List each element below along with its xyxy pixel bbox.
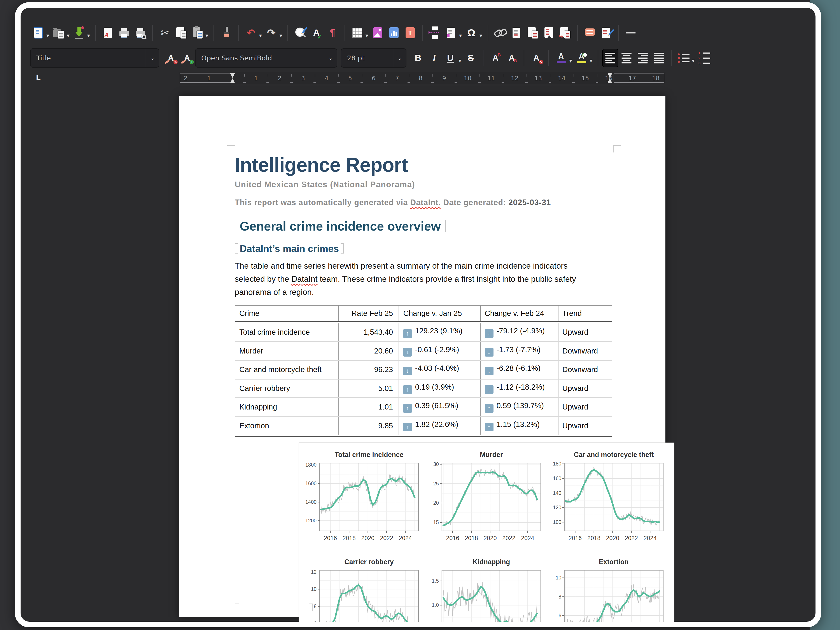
track-changes-button[interactable] <box>598 24 614 42</box>
doc-title[interactable]: Intelligence Report <box>235 155 613 176</box>
body-paragraph[interactable]: The table and time series herewith prese… <box>235 259 613 299</box>
update-style-button[interactable]: A <box>163 49 179 67</box>
redo-dropdown-icon[interactable]: ▼ <box>279 33 282 38</box>
font-name-combo[interactable]: Open Sans SemiBold⌄ <box>195 48 337 68</box>
font-size-combo[interactable]: 28 pt⌄ <box>341 48 406 68</box>
change-yoy-cell[interactable]: ↓-1.73 (-7.7%) <box>480 342 558 360</box>
underline-dropdown-icon[interactable]: ▼ <box>458 58 461 63</box>
col-header[interactable]: Rate Feb 25 <box>339 305 399 322</box>
crime-table[interactable]: CrimeRate Feb 25Change v. Jan 25Change v… <box>235 305 612 437</box>
save-dropdown-icon[interactable]: ▼ <box>87 33 90 38</box>
change-yoy-cell[interactable]: ↑0.59 (139.7%) <box>480 398 558 417</box>
change-mom-cell[interactable]: ↓-4.03 (-4.0%) <box>399 360 480 379</box>
rate-cell[interactable]: 1,543.40 <box>339 322 399 342</box>
rate-cell[interactable]: 5.01 <box>339 379 399 398</box>
paste-button[interactable] <box>189 24 205 42</box>
heading-2[interactable]: DataInt’s main crimes <box>235 243 613 254</box>
font-color-dropdown-icon[interactable]: ▼ <box>569 58 572 63</box>
insert-field-dropdown-icon[interactable]: ▼ <box>459 33 462 38</box>
cut-button[interactable]: ✂ <box>157 24 173 42</box>
document-page[interactable]: Intelligence Report United Mexican State… <box>179 96 665 617</box>
undo-dropdown-icon[interactable]: ▼ <box>259 33 262 38</box>
strikethrough-button[interactable]: S <box>463 49 479 67</box>
trend-cell[interactable]: Upward <box>558 417 612 436</box>
insert-comment-button[interactable] <box>582 24 598 42</box>
rate-cell[interactable]: 96.23 <box>339 360 399 379</box>
paragraph-style-combo[interactable]: Title⌄ <box>30 48 159 68</box>
undo-button[interactable]: ↶ <box>243 24 259 42</box>
doc-subtitle[interactable]: United Mexican States (National Panorama… <box>235 180 613 189</box>
generated-line[interactable]: This report was automatically generated … <box>235 198 613 207</box>
redo-button[interactable]: ↷ <box>263 24 279 42</box>
clone-formatting-button[interactable] <box>218 24 234 42</box>
new-style-button[interactable]: A+ <box>179 49 195 67</box>
align-center-button[interactable] <box>618 49 635 67</box>
crime-cell[interactable]: Extortion <box>235 417 339 436</box>
trend-cell[interactable]: Upward <box>558 322 612 342</box>
font-size-combo-chevron-icon[interactable]: ⌄ <box>393 49 406 67</box>
col-header[interactable]: Change v. Jan 25 <box>399 305 480 322</box>
new-document-dropdown-icon[interactable]: ▼ <box>46 33 49 38</box>
insert-table-dropdown-icon[interactable]: ▼ <box>365 33 368 38</box>
bold-button[interactable]: B <box>410 49 426 67</box>
page-break-button[interactable] <box>427 24 443 42</box>
save-button[interactable] <box>71 24 87 42</box>
numbered-list-button[interactable]: 123 <box>696 49 712 67</box>
rate-cell[interactable]: 1.01 <box>339 398 399 417</box>
insert-footnote-button[interactable] <box>508 24 524 42</box>
rate-cell[interactable]: 20.60 <box>339 342 399 360</box>
spelling-button[interactable]: A✓ <box>308 24 324 42</box>
right-indent-marker[interactable] <box>608 73 612 78</box>
change-mom-cell[interactable]: ↑129.23 (9.1%) <box>399 322 480 342</box>
col-header[interactable]: Crime <box>235 305 339 322</box>
insert-table-button[interactable] <box>349 24 365 42</box>
left-indent-marker[interactable] <box>230 73 235 78</box>
formatting-marks-button[interactable]: ¶ <box>324 24 341 42</box>
export-pdf-button[interactable]: A <box>100 24 116 42</box>
change-yoy-cell[interactable]: ↓-1.12 (-18.2%) <box>480 379 558 398</box>
crime-cell[interactable]: Total crime incidence <box>235 322 339 342</box>
right-indent-marker-b[interactable] <box>608 78 612 83</box>
hyperlink-button[interactable] <box>492 24 508 42</box>
horizontal-ruler[interactable]: 21123456789101112131415161718 <box>179 72 665 84</box>
change-mom-cell[interactable]: ↑0.19 (3.9%) <box>399 379 480 398</box>
charts-figure[interactable]: Total crime incidence1200140016001800201… <box>298 442 674 622</box>
highlight-color-button[interactable]: A <box>573 49 589 67</box>
trend-cell[interactable]: Upward <box>558 398 612 417</box>
first-line-indent-marker[interactable] <box>230 78 235 83</box>
find-replace-button[interactable] <box>292 24 308 42</box>
col-header[interactable]: Change v. Feb 24 <box>480 305 558 322</box>
underline-button[interactable]: U <box>442 49 458 67</box>
crime-cell[interactable]: Car and motorcycle theft <box>235 360 339 379</box>
col-header[interactable]: Trend <box>558 305 612 322</box>
bullet-list-dropdown-icon[interactable]: ▼ <box>692 58 695 63</box>
open-button[interactable] <box>51 24 67 42</box>
insert-textbox-button[interactable]: T <box>402 24 418 42</box>
rate-cell[interactable]: 9.85 <box>339 417 399 436</box>
highlight-color-dropdown-icon[interactable]: ▼ <box>589 58 592 63</box>
subscript-button[interactable]: AB <box>504 49 520 67</box>
superscript-button[interactable]: AB <box>487 49 504 67</box>
insert-image-button[interactable] <box>370 24 386 42</box>
insert-endnote-button[interactable] <box>524 24 541 42</box>
bullet-list-button[interactable] <box>676 49 692 67</box>
crime-cell[interactable]: Kidnapping <box>235 398 339 417</box>
horizontal-line-button[interactable] <box>622 24 639 42</box>
bookmark-button[interactable] <box>541 24 557 42</box>
clear-formatting-button[interactable]: A <box>528 49 545 67</box>
tab-stop-selector[interactable]: L <box>36 73 41 82</box>
font-color-button[interactable]: A <box>553 49 569 67</box>
insert-chart-button[interactable] <box>386 24 402 42</box>
open-dropdown-icon[interactable]: ▼ <box>67 33 69 38</box>
paste-dropdown-icon[interactable]: ▼ <box>205 33 208 38</box>
crime-cell[interactable]: Murder <box>235 342 339 360</box>
print-button[interactable] <box>116 24 132 42</box>
change-mom-cell[interactable]: ↑0.39 (61.5%) <box>399 398 480 417</box>
change-yoy-cell[interactable]: ↓-6.28 (-6.1%) <box>480 360 558 379</box>
trend-cell[interactable]: Downward <box>558 360 612 379</box>
align-left-button[interactable] <box>602 49 618 67</box>
new-document-button[interactable] <box>30 24 46 42</box>
special-character-dropdown-icon[interactable]: ▼ <box>480 33 482 38</box>
special-character-button[interactable]: Ω <box>463 24 480 42</box>
insert-field-button[interactable] <box>443 24 459 42</box>
